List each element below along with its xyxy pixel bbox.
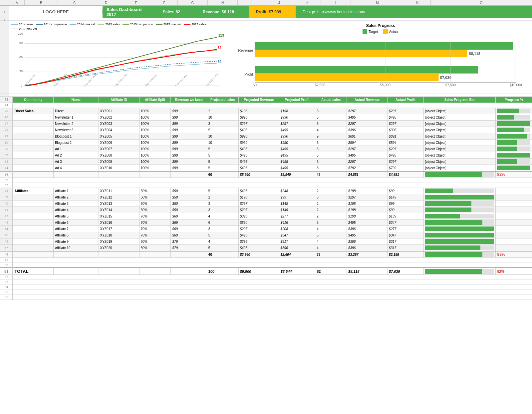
table-row: 45Affiliate 8XYZ01870%$695$495$3475$495$… bbox=[0, 232, 532, 238]
svg-rect-26 bbox=[255, 66, 478, 73]
svg-rect-28 bbox=[255, 74, 438, 81]
table-header-row: 23 Community Name Affiliate ID Affiliate… bbox=[0, 97, 532, 103]
progress-bar-bg bbox=[425, 239, 494, 244]
actual-legend-box bbox=[383, 29, 388, 34]
progress-bar-fill bbox=[497, 121, 530, 126]
table-row: 46Affiliate 9XYZ01980%$794$396$3174$396$… bbox=[0, 238, 532, 245]
table-row: 32Ad 2XYZ008100%$995$495$4955$495$495[ob… bbox=[0, 152, 532, 159]
progress-bar-bg bbox=[425, 189, 494, 193]
empty-row: 36 bbox=[0, 178, 532, 183]
svg-text:$8,544: $8,544 bbox=[479, 68, 491, 72]
table-row: 30Blog post 2XYZ006100%$9910$990$9906$59… bbox=[0, 140, 532, 146]
progress-bar-bg bbox=[497, 115, 530, 120]
progress-bar-fill bbox=[425, 245, 480, 250]
progress-bar-bg bbox=[497, 140, 530, 145]
empty-row: 53 bbox=[0, 280, 532, 285]
progress-bar-bg bbox=[497, 121, 530, 126]
progress-bar-fill bbox=[425, 195, 494, 200]
charts-row: 2014 sales 2014 comparison 2014 max val … bbox=[0, 21, 532, 94]
progress-bar-bg bbox=[425, 245, 494, 250]
progress-bar-bg bbox=[425, 201, 494, 206]
row-num-header bbox=[0, 0, 9, 5]
th-affid: Affiliate ID bbox=[99, 97, 139, 103]
svg-text:$9,900: $9,900 bbox=[515, 44, 526, 48]
progress-bar-fill bbox=[425, 220, 483, 225]
progress-bar-bg bbox=[425, 207, 494, 212]
svg-text:$10,000: $10,000 bbox=[510, 83, 522, 87]
progress-bar-bg bbox=[497, 166, 530, 170]
bar-chart-container: Sales Progress Target Actual Revenue Pro… bbox=[229, 21, 532, 94]
header-profit: Profit: $7,039 bbox=[249, 6, 296, 18]
table-row: 34Ad 4XYZ010100%$995$495$4958$792$792[ob… bbox=[0, 165, 532, 172]
svg-text:82: 82 bbox=[218, 46, 222, 50]
row-num-23: 23 bbox=[0, 97, 13, 103]
dashboard-title: Sales Dashboard 2017 bbox=[103, 6, 156, 18]
progress-bar-bg bbox=[497, 128, 530, 132]
column-letters-row: A B C D E F G H I J K L M N O bbox=[0, 0, 532, 6]
progress-bar-fill bbox=[497, 128, 524, 132]
progress-bar-fill bbox=[497, 109, 519, 113]
table-row: 41Affiliate 4XYZ01450%$503$297$1492$198$… bbox=[0, 207, 532, 213]
svg-text:30: 30 bbox=[19, 70, 23, 73]
svg-rect-22 bbox=[255, 42, 513, 50]
th-arevenue: Actual Revenue bbox=[347, 97, 388, 103]
th-aprofit: Actual Profit bbox=[388, 97, 423, 103]
progress-bar-bg bbox=[425, 252, 494, 257]
progress-bar-bg bbox=[425, 226, 494, 231]
row-number-1: 1 bbox=[0, 6, 9, 18]
table-row: 40Affiliate 3XYZ01350%$503$297$1492$198$… bbox=[0, 201, 532, 207]
target-legend-box bbox=[363, 29, 367, 34]
svg-text:$7,500: $7,500 bbox=[445, 83, 456, 87]
progress-bar-bg bbox=[425, 172, 494, 177]
svg-text:60: 60 bbox=[19, 56, 23, 59]
progress-bar-fill bbox=[497, 159, 517, 164]
svg-text:120: 120 bbox=[18, 32, 23, 35]
progress-bar-fill bbox=[425, 189, 453, 193]
table-row: 38AffiliatesAffiliate 1XYZ01150%$505$495… bbox=[0, 188, 532, 194]
header-sales: Sales: 82 bbox=[156, 6, 196, 18]
svg-text:113: 113 bbox=[218, 34, 224, 37]
logo-text: LOGO HERE bbox=[43, 9, 69, 14]
progress-bar-bg bbox=[425, 233, 494, 237]
progress-bar-bg bbox=[497, 159, 530, 164]
line-chart-svg: 0 30 60 90 120 bbox=[11, 32, 227, 89]
progress-bar-bg bbox=[425, 269, 494, 274]
progress-bar-fill bbox=[425, 239, 494, 244]
svg-text:$8,118: $8,118 bbox=[469, 52, 480, 56]
svg-text:$2,500: $2,500 bbox=[315, 83, 325, 87]
progress-bar-fill bbox=[425, 201, 471, 206]
table-row: 29Blog post 1XYZ005100%$9910$990$9909$89… bbox=[0, 133, 532, 140]
subtotal-row-affiliates: 4840$3,960$2,60433$3,267$2,18883% bbox=[0, 251, 532, 258]
progress-bar-fill bbox=[425, 226, 494, 231]
progress-bar-bg bbox=[497, 153, 530, 158]
svg-text:Profit: Profit bbox=[244, 72, 253, 76]
progress-bar-fill bbox=[497, 115, 514, 120]
empty-row: 55 bbox=[0, 290, 532, 295]
data-table-section: 23 Community Name Affiliate ID Affiliate… bbox=[0, 97, 532, 300]
header-bar: 1 LOGO HERE Sales Dashboard 2017 Sales: … bbox=[0, 6, 532, 18]
row-22 bbox=[0, 94, 532, 97]
svg-text:Day 4 11:00 PM: Day 4 11:00 PM bbox=[205, 73, 219, 87]
progress-bar-bg bbox=[497, 109, 530, 113]
th-split: Affiliate Split bbox=[139, 97, 171, 103]
svg-text:Day 2 6:00 AM: Day 2 6:00 AM bbox=[84, 74, 97, 87]
progress-bar-fill bbox=[497, 134, 527, 139]
table-row: 33Ad 3XYZ009100%$995$495$4953$297$297[ob… bbox=[0, 159, 532, 165]
header-design: Design: http://www.benlcollins.com/ bbox=[296, 6, 532, 18]
progress-bar-fill bbox=[497, 153, 530, 158]
table-body: 24 25Direct SalesDirectXYZ001100%$992$19… bbox=[0, 103, 532, 300]
svg-text:$0: $0 bbox=[253, 83, 257, 87]
table-row: 44Affiliate 7XYZ01770%$693$297$2084$396$… bbox=[0, 226, 532, 232]
logo-cell: LOGO HERE bbox=[9, 9, 103, 14]
progress-bar-fill bbox=[497, 147, 517, 151]
svg-text:$7,039: $7,039 bbox=[440, 76, 451, 80]
th-name: Name bbox=[53, 97, 99, 103]
table-row: 25Direct SalesDirectXYZ001100%$992$198$1… bbox=[0, 108, 532, 114]
table-row: 42Affiliate 5XYZ01570%$694$396$2772$198$… bbox=[0, 213, 532, 219]
progress-bar-bg bbox=[425, 195, 494, 200]
row-24-empty: 24 bbox=[0, 103, 532, 108]
progress-bar-fill bbox=[497, 140, 517, 145]
line-chart-container: 2014 sales 2014 comparison 2014 max val … bbox=[9, 21, 229, 94]
progress-bar-fill bbox=[425, 172, 482, 177]
empty-row: 50 bbox=[0, 263, 532, 268]
